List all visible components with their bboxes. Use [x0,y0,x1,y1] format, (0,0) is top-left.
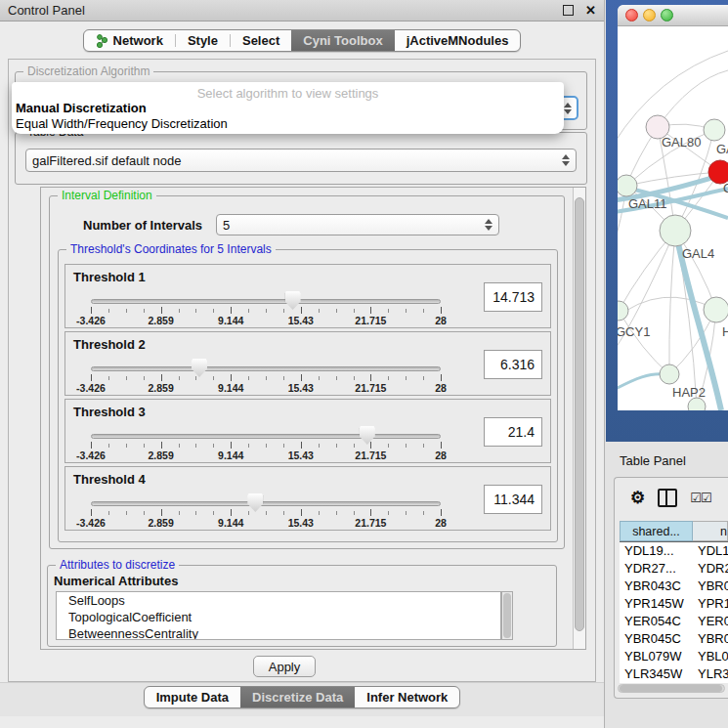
threshold-slider-track[interactable] [91,434,441,439]
threshold-value-field[interactable]: 11.344 [484,485,542,514]
numerical-attributes-list: SelfLoopsTopologicalCoefficientBetweenne… [56,591,501,640]
tab-cyni-toolbox[interactable]: Cyni Toolbox [291,30,394,51]
table-row[interactable]: YDL19...YDL1 [620,542,728,560]
select-columns-icon[interactable]: ☑☑ [690,492,710,504]
tab-label: Network [113,33,163,48]
table-row[interactable]: YBR043CYBR0 [620,578,728,595]
tick-label: 15.43 [288,450,314,461]
tick-label: 28 [435,382,447,394]
attribute-item[interactable]: BetweennessCentrality [57,625,500,640]
table-cell: YBR043C [620,578,693,595]
tab-network[interactable]: Network [84,30,175,51]
table-cell: YPR1 [693,595,728,613]
tick-label: 28 [435,450,447,461]
table-row[interactable]: YDR27...YDR2 [620,560,728,578]
slider-tick-labels: -3.4262.8599.14415.4321.71528 [91,382,441,394]
network-node-gal11[interactable] [618,175,637,196]
mac-close-icon[interactable] [625,9,638,21]
tab-select[interactable]: Select [231,30,291,51]
tick-label: 28 [435,315,447,326]
table-cell: YDR2 [693,560,728,578]
attribute-item[interactable]: SelfLoops [57,592,500,609]
tick-label: 9.144 [218,450,243,461]
threshold-rows: Threshold 1-3.4262.8599.14415.4321.71528… [59,264,557,534]
tab-label: Impute Data [156,690,229,705]
top-tabs: NetworkStyleSelectCyni ToolboxjActiveMNo… [83,29,522,52]
apply-button[interactable]: Apply [253,656,316,677]
threshold-slider-track[interactable] [91,501,441,506]
gear-icon[interactable]: ⚙ [630,490,645,506]
node-label: GA [716,142,728,156]
settings-scrollbar[interactable] [573,188,585,649]
columns-icon[interactable] [658,489,677,507]
table-toolbar: ⚙ ☑☑ [615,478,728,517]
table-row[interactable]: YER054CYER0 [620,613,728,630]
tick-label: 9.144 [218,315,243,326]
tick-label: -3.426 [76,382,106,394]
table-row[interactable]: YLR345WYLR3 [620,665,728,683]
settings-scrollpane: Interval Definition Number of Intervals … [40,187,586,650]
tab-jactivemnodules[interactable]: jActiveMNodules [395,30,521,51]
column-header-shared[interactable]: shared... [620,521,693,541]
network-canvas[interactable]: GAL80GACGAL11GAL4GCY1HHAP2 [618,26,728,410]
attributes-list-scrollbar[interactable] [501,591,513,640]
network-node-gal4[interactable] [660,215,691,246]
network-node-gcy1[interactable] [618,301,628,321]
table-row[interactable]: YPR145WYPR1 [620,595,728,613]
table-data-combo-value: galFiltered.sif default node [32,153,558,168]
combo-stepper-icon [558,154,570,166]
threshold-value-field[interactable]: 6.316 [484,350,542,379]
network-node-ga[interactable] [704,119,725,141]
popup-item-equal-width-frequency[interactable]: Equal Width/Frequency Discretization [16,116,228,131]
popup-item-manual-discretization[interactable]: Manual Discretization [16,101,147,115]
table-data-combo[interactable]: galFiltered.sif default node [25,149,577,172]
number-of-intervals-combo[interactable]: 5 [216,214,499,236]
mac-minimize-icon[interactable] [643,9,656,21]
network-graph: GAL80GACGAL11GAL4GCY1HHAP2 [618,26,728,410]
float-window-icon[interactable] [563,5,574,16]
close-icon[interactable]: ✕ [585,4,596,17]
network-node[interactable] [688,398,706,410]
table-panel-frame: ⚙ ☑☑ shared... na YDL19...YDL1YDR27...YD… [614,477,728,699]
slider-tick-labels: -3.4262.8599.14415.4321.71528 [91,315,441,326]
threshold-row: Threshold 1-3.4262.8599.14415.4321.71528… [64,264,551,328]
network-node-hap2[interactable] [660,364,679,384]
table-cell: YBR0 [693,578,728,595]
tab-label: Style [188,33,218,48]
mac-zoom-icon[interactable] [661,9,673,21]
table-horizontal-scrollbar[interactable] [618,684,725,693]
threshold-slider-track[interactable] [91,366,441,371]
threshold-row: Threshold 2-3.4262.8599.14415.4321.71528… [64,331,551,396]
column-header-name[interactable]: na [693,521,728,541]
tab-style[interactable]: Style [176,30,230,51]
combo-stepper-icon [481,219,492,231]
table-cell: YDR27... [620,560,693,578]
tick-label: 2.859 [148,315,173,326]
network-view-frame: GAL80GACGAL11GAL4GCY1HHAP2 [606,0,728,442]
table-row[interactable]: YBL079WYBL0 [620,648,728,665]
tick-label: 9.144 [218,382,243,394]
tick-label: -3.426 [76,517,106,529]
tab-impute-data[interactable]: Impute Data [145,687,240,707]
tab-infer-network[interactable]: Infer Network [355,687,459,707]
algorithm-dropdown-popup: Select algorithm to view settings Manual… [12,82,564,134]
control-panel-window: Control Panel ✕ NetworkStyleSelectCyni T… [0,0,605,728]
table-cell: YBR045C [620,630,693,648]
network-node-h[interactable] [704,297,728,322]
threshold-label: Threshold 1 [73,270,146,284]
threshold-value-field[interactable]: 14.713 [484,282,542,312]
table-cell: YBL0 [693,648,728,665]
tab-label: Select [242,33,279,48]
network-edge [618,297,716,320]
attribute-item[interactable]: TopologicalCoefficient [57,609,500,625]
table-rows: YDL19...YDL1YDR27...YDR2YBR043CYBR0YPR14… [620,542,728,683]
threshold-value-field[interactable]: 21.4 [484,417,542,447]
bottom-tabbar: Impute DataDiscretize DataInfer Network [0,686,604,708]
threshold-slider-track[interactable] [91,299,441,304]
table-cell: YDL1 [693,542,728,560]
table-row[interactable]: YBR045CYBR0 [620,630,728,648]
cyni-toolbox-panel: Discretization Algorithm Table Data galF… [8,59,596,682]
network-window-titlebar [618,5,728,26]
threshold-row: Threshold 4-3.4262.8599.14415.4321.71528… [64,466,551,531]
tab-discretize-data[interactable]: Discretize Data [240,687,355,707]
